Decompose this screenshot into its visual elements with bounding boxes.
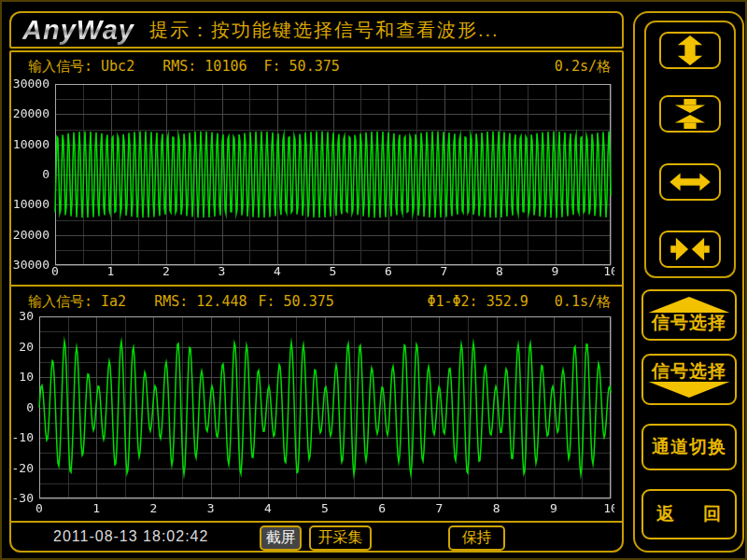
panel1-freq-value: F: 50.375 bbox=[264, 58, 340, 75]
horizontal-compress-button[interactable] bbox=[659, 231, 721, 268]
signal-select-down-label: 信号选择 bbox=[652, 361, 726, 382]
signal-select-up-label: 信号选择 bbox=[652, 313, 726, 333]
start-capture-button-label: 开采集 bbox=[318, 528, 363, 548]
tip-text: 提示：按功能键选择信号和查看波形... bbox=[149, 18, 500, 43]
waveform-chart-ia2 bbox=[11, 310, 614, 521]
panel2-signal-label: 输入信号: Ia2 bbox=[28, 293, 126, 311]
panel1-header: 输入信号: Ubc2 RMS: 10106 F: 50.375 0.2s/格 bbox=[28, 56, 611, 77]
panel1-signal-label: 输入信号: Ubc2 bbox=[28, 58, 134, 76]
vertical-compress-icon bbox=[668, 98, 712, 130]
panel1-rms-value: RMS: 10106 bbox=[162, 58, 247, 75]
return-label-right: 回 bbox=[703, 504, 722, 525]
panel2-freq-value: F: 50.375 bbox=[259, 293, 334, 310]
signal-select-up-button[interactable]: 信号选择 bbox=[641, 289, 737, 341]
top-bar: AnyWay 提示：按功能键选择信号和查看波形... bbox=[9, 11, 624, 49]
horizontal-expand-button[interactable] bbox=[659, 163, 721, 201]
screenshot-button[interactable]: 截屏 bbox=[260, 525, 302, 551]
waveform-chart-ubc2 bbox=[11, 78, 614, 284]
panel2-rms-value: RMS: 12.448 bbox=[154, 293, 247, 310]
footer-divider bbox=[9, 521, 624, 523]
anyway-logo: AnyWay bbox=[22, 15, 140, 46]
screenshot-button-label: 截屏 bbox=[266, 528, 296, 548]
horizontal-expand-icon bbox=[668, 166, 712, 198]
panel2-timebase: 0.1s/格 bbox=[555, 293, 611, 311]
triangle-up-icon bbox=[646, 297, 732, 313]
timestamp: 2011-08-13 18:02:42 bbox=[53, 528, 208, 545]
channel-switch-label: 通道切换 bbox=[652, 437, 726, 457]
horizontal-compress-icon bbox=[668, 233, 712, 265]
return-button[interactable]: 返 回 bbox=[641, 489, 737, 539]
hold-button[interactable]: 保持 bbox=[448, 525, 505, 551]
channel-switch-button[interactable]: 通道切换 bbox=[641, 424, 737, 470]
signal-select-down-button[interactable]: 信号选择 bbox=[641, 354, 737, 405]
device-screen: AnyWay 提示：按功能键选择信号和查看波形... 输入信号: Ubc2 RM… bbox=[0, 0, 747, 560]
hold-button-label: 保持 bbox=[462, 528, 492, 548]
triangle-down-icon bbox=[646, 382, 732, 398]
vertical-expand-button[interactable] bbox=[659, 32, 721, 69]
panel1-timebase: 0.2s/格 bbox=[555, 58, 611, 76]
panel-divider bbox=[9, 285, 624, 287]
panel2-phase-value: Φ1-Φ2: 352.9 bbox=[427, 293, 528, 310]
vertical-compress-button[interactable] bbox=[659, 95, 721, 133]
panel2-header: 输入信号: Ia2 RMS: 12.448 F: 50.375 Φ1-Φ2: 3… bbox=[28, 291, 611, 312]
return-label-left: 返 bbox=[656, 504, 675, 525]
vertical-expand-icon bbox=[668, 35, 712, 66]
start-capture-button[interactable]: 开采集 bbox=[309, 525, 372, 551]
